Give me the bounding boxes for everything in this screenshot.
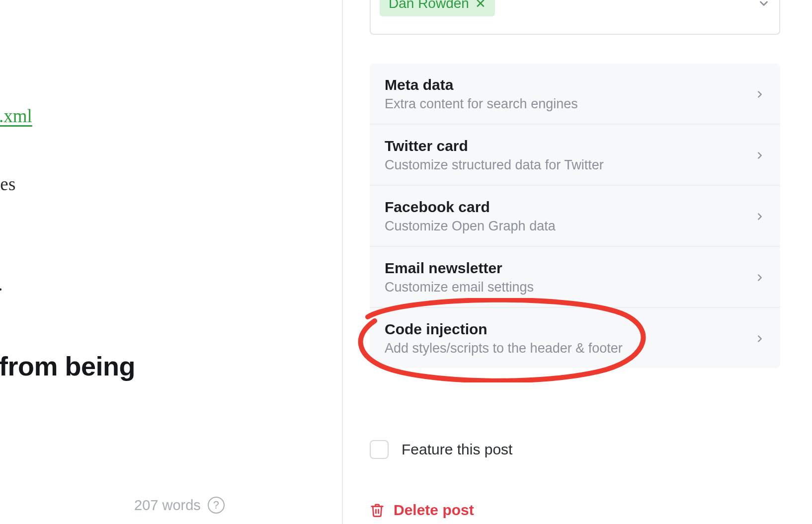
chevron-right-icon	[754, 150, 765, 161]
trash-icon	[370, 503, 385, 518]
post-settings-list: Meta data Extra content for search engin…	[370, 64, 780, 368]
settings-item-title: Facebook card	[385, 199, 556, 216]
delete-post-label: Delete post	[394, 502, 474, 519]
settings-item-title: Meta data	[385, 76, 578, 93]
settings-item-twitter-card[interactable]: Twitter card Customize structured data f…	[370, 125, 780, 186]
feature-post-label: Feature this post	[402, 441, 512, 458]
chevron-down-icon[interactable]	[757, 0, 770, 10]
editor-text-fragment: stop search engines	[0, 170, 16, 198]
editor-heading-fragment: from being	[0, 351, 135, 381]
authors-select[interactable]: Dan Rowden ✕	[370, 0, 780, 35]
settings-item-desc: Extra content for search engines	[385, 96, 578, 112]
delete-post-button[interactable]: Delete post	[370, 502, 474, 519]
post-editor-body[interactable]: ll of your site's .xml stop search engin…	[0, 0, 283, 524]
author-chip[interactable]: Dan Rowden ✕	[380, 0, 495, 16]
settings-item-meta-data[interactable]: Meta data Extra content for search engin…	[370, 64, 780, 125]
settings-item-title: Email newsletter	[385, 260, 534, 277]
editor-text-fragment: ill relatively easy.	[0, 270, 3, 299]
feature-post-checkbox[interactable]	[370, 440, 389, 459]
settings-item-facebook-card[interactable]: Facebook card Customize Open Graph data	[370, 186, 780, 247]
chevron-right-icon	[754, 211, 765, 222]
author-chip-label: Dan Rowden	[389, 0, 469, 11]
chevron-right-icon	[754, 89, 765, 100]
settings-item-desc: Customize email settings	[385, 280, 534, 295]
settings-item-desc: Customize structured data for Twitter	[385, 157, 604, 173]
settings-item-title: Twitter card	[385, 138, 604, 154]
word-count: 207 words	[134, 497, 201, 514]
settings-item-desc: Add styles/scripts to the header & foote…	[385, 341, 623, 356]
help-icon[interactable]: ?	[208, 497, 225, 514]
settings-item-desc: Customize Open Graph data	[385, 219, 556, 234]
settings-item-email-newsletter[interactable]: Email newsletter Customize email setting…	[370, 247, 780, 308]
post-settings-panel: Dan Rowden ✕ Meta data Extra content for…	[342, 0, 812, 524]
chevron-right-icon	[754, 333, 765, 344]
settings-item-title: Code injection	[385, 321, 623, 338]
chevron-right-icon	[754, 272, 765, 283]
editor-link[interactable]: .xml	[0, 105, 32, 127]
settings-item-code-injection[interactable]: Code injection Add styles/scripts to the…	[370, 308, 780, 368]
remove-author-icon[interactable]: ✕	[475, 0, 486, 10]
